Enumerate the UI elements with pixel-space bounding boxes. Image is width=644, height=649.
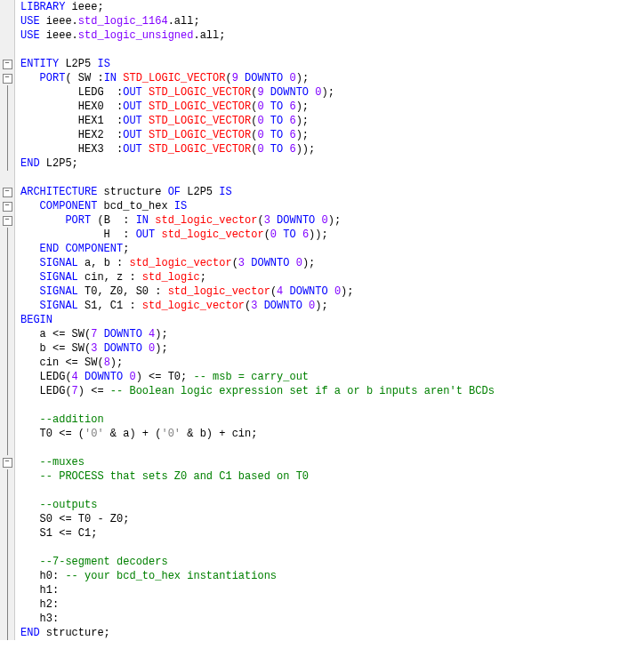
token-plain: HEX1 : — [20, 115, 123, 127]
fold-toggle-icon[interactable]: − — [3, 202, 12, 212]
fold-line — [7, 313, 8, 327]
code-line[interactable]: HEX1 :OUT STD_LOGIC_VECTOR(0 TO 6); — [20, 114, 495, 128]
code-line[interactable]: -- PROCESS that sets Z0 and C1 based on … — [20, 469, 495, 484]
token-plain: ( — [225, 72, 231, 84]
token-str-ish: 3 — [238, 257, 245, 269]
token-plain: ; — [123, 243, 129, 255]
code-line[interactable] — [20, 484, 495, 498]
token-plain — [20, 257, 40, 269]
code-line[interactable]: END L2P5; — [20, 156, 495, 171]
gutter-cell — [0, 512, 14, 526]
code-line[interactable] — [20, 441, 495, 455]
fold-toggle-icon[interactable]: − — [3, 458, 12, 468]
fold-toggle-icon[interactable]: − — [3, 216, 12, 226]
token-kw: DOWNTO — [104, 342, 142, 355]
token-comment: -- PROCESS that sets Z0 and C1 based on … — [40, 470, 309, 483]
token-plain: S0 <= T0 - Z0; — [20, 513, 129, 525]
code-line[interactable]: ARCHITECTURE structure OF L2P5 IS — [20, 185, 495, 199]
fold-toggle-icon[interactable]: − — [3, 188, 12, 197]
code-line[interactable] — [20, 398, 495, 413]
token-plain: cin <= SW( — [20, 357, 104, 369]
token-kw: IS — [174, 200, 187, 212]
token-plain: L2P5 — [181, 186, 219, 198]
token-kw: END — [20, 157, 40, 170]
code-line[interactable]: PORT( SW :IN STD_LOGIC_VECTOR(9 DOWNTO 0… — [20, 71, 495, 85]
code-line[interactable]: SIGNAL T0, Z0, S0 : std_logic_vector(4 D… — [20, 284, 495, 299]
code-line[interactable]: HEX3 :OUT STD_LOGIC_VECTOR(0 TO 6)); — [20, 142, 495, 156]
fold-toggle-icon[interactable]: − — [3, 74, 12, 84]
gutter-cell: − — [0, 199, 14, 213]
fold-line — [7, 228, 8, 242]
code-line[interactable]: LIBRARY ieee; — [20, 0, 495, 14]
code-line[interactable]: END structure; — [20, 626, 495, 640]
token-plain: b <= SW( — [20, 342, 91, 355]
code-line[interactable]: USE ieee.std_logic_1164.all; — [20, 14, 495, 28]
token-plain: & a) + ( — [104, 428, 162, 440]
code-line[interactable]: cin <= SW(8); — [20, 356, 495, 370]
fold-toggle-icon[interactable]: − — [3, 60, 12, 69]
code-line[interactable]: b <= SW(3 DOWNTO 0); — [20, 341, 495, 356]
token-kw: OUT — [123, 129, 142, 141]
token-kw: DOWNTO — [251, 257, 289, 269]
code-line[interactable]: SIGNAL cin, z : std_logic; — [20, 270, 495, 284]
code-line[interactable]: S1 <= C1; — [20, 526, 495, 541]
token-kw: ARCHITECTURE — [20, 186, 97, 198]
code-line[interactable]: LEDG(4 DOWNTO 0) <= T0; -- msb = carry_o… — [20, 370, 495, 384]
fold-line — [7, 299, 8, 313]
code-line[interactable]: a <= SW(7 DOWNTO 4); — [20, 327, 495, 341]
token-kw: ENTITY — [20, 58, 59, 70]
code-line[interactable]: PORT (B : IN std_logic_vector(3 DOWNTO 0… — [20, 213, 495, 228]
fold-line — [7, 370, 8, 384]
code-area[interactable]: LIBRARY ieee;USE ieee.std_logic_1164.all… — [15, 0, 495, 640]
code-line[interactable] — [20, 43, 495, 57]
code-line[interactable] — [20, 171, 495, 185]
code-line[interactable]: LEDG :OUT STD_LOGIC_VECTOR(9 DOWNTO 0); — [20, 85, 495, 100]
token-plain: ); — [321, 86, 334, 99]
code-line[interactable]: --addition — [20, 413, 495, 427]
code-line[interactable]: HEX2 :OUT STD_LOGIC_VECTOR(0 TO 6); — [20, 128, 495, 142]
code-line[interactable]: USE ieee.std_logic_unsigned.all; — [20, 28, 495, 43]
code-line[interactable]: LEDG(7) <= -- Boolean logic expression s… — [20, 384, 495, 398]
code-line[interactable]: S0 <= T0 - Z0; — [20, 512, 495, 526]
token-plain — [302, 300, 309, 312]
token-plain — [97, 328, 103, 341]
code-line[interactable]: h2: — [20, 597, 495, 612]
code-line[interactable]: --muxes — [20, 455, 495, 469]
code-line[interactable]: H : OUT std_logic_vector(0 TO 6)); — [20, 228, 495, 242]
code-line[interactable]: ENTITY L2P5 IS — [20, 57, 495, 71]
code-line[interactable]: --outputs — [20, 498, 495, 512]
token-plain — [20, 271, 40, 284]
code-line[interactable]: END COMPONENT; — [20, 242, 495, 256]
token-str-ish: 0 — [290, 72, 296, 84]
code-line[interactable]: h3: — [20, 612, 495, 626]
gutter-cell — [0, 569, 14, 583]
token-kw: IS — [219, 186, 231, 198]
token-comment: --7-segment decoders — [40, 556, 168, 568]
code-line[interactable]: HEX0 :OUT STD_LOGIC_VECTOR(0 TO 6); — [20, 100, 495, 114]
token-plain — [20, 300, 40, 312]
code-line[interactable]: BEGIN — [20, 313, 495, 327]
code-line[interactable]: SIGNAL S1, C1 : std_logic_vector(3 DOWNT… — [20, 299, 495, 313]
code-line[interactable]: T0 <= ('0' & a) + ('0' & b) + cin; — [20, 427, 495, 441]
token-kw: COMPONENT — [40, 200, 98, 212]
gutter-cell — [0, 341, 14, 356]
token-kw: OUT — [123, 143, 142, 156]
token-kw: BEGIN — [20, 314, 52, 326]
code-line[interactable]: h1: — [20, 583, 495, 597]
fold-line — [7, 569, 8, 583]
code-line[interactable]: --7-segment decoders — [20, 555, 495, 569]
token-kw: USE — [20, 15, 40, 28]
gutter-cell — [0, 28, 14, 43]
fold-gutter: −−−−−− — [0, 0, 15, 640]
code-line[interactable]: COMPONENT bcd_to_hex IS — [20, 199, 495, 213]
code-line[interactable]: SIGNAL a, b : std_logic_vector(3 DOWNTO … — [20, 256, 495, 270]
code-line[interactable] — [20, 541, 495, 555]
token-plain — [142, 129, 149, 141]
token-plain: ); — [110, 357, 123, 369]
token-plain — [289, 257, 295, 269]
fold-line — [7, 85, 8, 100]
code-line[interactable]: h0: -- your bcd_to_hex instantiations — [20, 569, 495, 583]
token-kw: IN — [136, 214, 149, 227]
gutter-cell — [0, 228, 14, 242]
token-plain — [270, 214, 277, 227]
